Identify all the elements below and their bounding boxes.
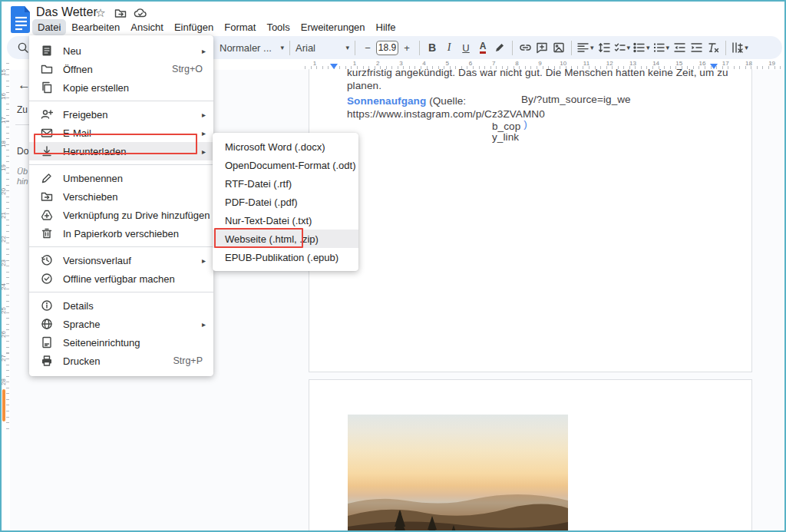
menu-item-umbenennen[interactable]: Umbenennen xyxy=(29,169,213,187)
menu-datei[interactable]: Datei xyxy=(32,19,66,35)
ruler-number: 18 xyxy=(0,140,7,147)
document-page-2[interactable] xyxy=(309,379,752,530)
ruler-number: 12 xyxy=(606,60,613,67)
clear-formatting-icon[interactable] xyxy=(705,38,722,57)
italic-button[interactable]: I xyxy=(441,38,457,57)
submenu-arrow-icon: ▸ xyxy=(202,147,213,156)
outline-hint-text: Üb xyxy=(17,167,28,176)
ruler-number: 24 xyxy=(0,283,7,290)
font-size-input[interactable]: 18.9 xyxy=(376,41,398,55)
menu-bearbeiten[interactable]: Bearbeiten xyxy=(66,19,125,35)
ruler-number: 28 xyxy=(0,378,7,385)
menu-item-drucken[interactable]: DruckenStrg+P xyxy=(29,352,213,370)
document-text: planen. xyxy=(347,80,381,91)
menu-item-versionsverlauf[interactable]: Versionsverlauf▸ xyxy=(29,251,213,269)
menu-item-freigeben[interactable]: Freigeben▸ xyxy=(29,105,213,124)
align-icon[interactable]: ▾ xyxy=(576,38,596,57)
ruler-number: 22 xyxy=(0,236,7,243)
download-submenu: Microsoft Word (.docx) OpenDocument-Form… xyxy=(213,133,358,271)
line-spacing-icon[interactable] xyxy=(596,38,613,57)
underline-button[interactable]: U xyxy=(457,38,474,57)
ruler-number: 4 xyxy=(422,60,425,67)
left-indent-marker[interactable] xyxy=(330,64,338,69)
ruler-number: 9 xyxy=(538,60,541,67)
menu-ansicht[interactable]: Ansicht xyxy=(125,19,169,35)
submenu-arrow-icon: ▸ xyxy=(202,256,213,265)
submenu-item-rtf[interactable]: RTF-Datei (.rtf) xyxy=(213,174,358,193)
menu-item-kopie-erstellen[interactable]: Kopie erstellen xyxy=(29,78,213,97)
outline-structure-label: Do xyxy=(17,146,28,157)
drive-add-icon xyxy=(41,209,53,221)
ruler-number: 16 xyxy=(0,93,7,100)
paragraph-style-selector[interactable]: Normaler ...▾ xyxy=(218,38,286,57)
insert-image-icon[interactable] xyxy=(550,38,567,57)
numbered-list-icon[interactable]: ▾ xyxy=(652,38,672,57)
document-page-1[interactable]: kurzfristig angekündigt. Das war nicht g… xyxy=(309,69,752,372)
menu-item-verschieben[interactable]: Verschieben xyxy=(29,187,213,206)
checklist-icon[interactable]: ▾ xyxy=(613,38,632,57)
menu-item-papierkorb[interactable]: In Papierkorb verschieben xyxy=(29,224,213,243)
menu-divider xyxy=(29,292,213,292)
app-window: Das Wetter ☆ Datei Bearbeiten Ansicht Ei… xyxy=(0,0,786,532)
ruler-number: 3 xyxy=(399,60,402,67)
document-url-text: https://www.instagram.com/p/Cz3ZVAMN0 xyxy=(347,108,545,120)
increase-font-size-button[interactable]: + xyxy=(398,38,415,57)
ruler-number: 20 xyxy=(0,188,7,195)
insert-link-icon[interactable] xyxy=(517,38,533,57)
cloud-status-icon[interactable] xyxy=(134,6,147,20)
document-url-fragment: b_cop xyxy=(492,121,520,132)
menu-item-details[interactable]: Details xyxy=(29,296,213,315)
folder-move-icon xyxy=(41,190,53,203)
menu-divider xyxy=(29,246,213,247)
ruler-number: 7 xyxy=(492,60,495,67)
menu-item-offline[interactable]: Offline verfügbar machen xyxy=(29,269,213,288)
submenu-item-txt[interactable]: Nur-Text-Datei (.txt) xyxy=(213,211,358,230)
menu-hilfe[interactable]: Hilfe xyxy=(371,19,401,35)
input-tools-icon[interactable]: ▾ xyxy=(730,38,750,57)
menu-item-neu[interactable]: Neu▸ xyxy=(29,41,213,60)
submenu-item-epub[interactable]: EPUB-Publikation (.epub) xyxy=(213,248,358,266)
document-title[interactable]: Das Wetter xyxy=(36,5,97,19)
submenu-arrow-icon: ▸ xyxy=(202,111,213,119)
vertical-ruler: 1516171819202122232425262728 xyxy=(2,63,10,430)
menu-item-sprache[interactable]: Sprache▸ xyxy=(29,315,213,333)
ruler-number: 17 xyxy=(0,117,7,124)
submenu-item-odt[interactable]: OpenDocument-Format (.odt) xyxy=(213,156,358,174)
add-comment-icon[interactable] xyxy=(533,38,550,57)
document-heading-link[interactable]: Sonnenaufgang xyxy=(347,95,426,107)
menu-item-oeffnen[interactable]: ÖffnenStrg+O xyxy=(29,60,213,78)
header: Das Wetter ☆ Datei Bearbeiten Ansicht Ei… xyxy=(2,2,784,36)
right-indent-marker[interactable] xyxy=(710,64,718,69)
ruler-number: 21 xyxy=(0,212,7,219)
ruler-number: 6 xyxy=(469,60,472,67)
highlight-color-icon[interactable] xyxy=(491,38,508,57)
star-icon[interactable]: ☆ xyxy=(94,6,107,20)
menu-item-verknuepfung-drive[interactable]: Verknüpfung zu Drive hinzufügen xyxy=(29,206,213,224)
sunset-photo[interactable] xyxy=(348,415,568,530)
bold-button[interactable]: B xyxy=(424,38,441,57)
ruler-number: 26 xyxy=(0,331,7,338)
document-text: (Quelle: xyxy=(426,95,466,107)
text-color-button[interactable]: A xyxy=(474,38,491,57)
ruler-number: 15 xyxy=(675,60,682,67)
menu-einfuegen[interactable]: Einfügen xyxy=(169,19,219,35)
menu-tools[interactable]: Tools xyxy=(261,19,295,35)
google-docs-icon[interactable] xyxy=(11,6,31,36)
menu-divider xyxy=(29,164,213,165)
font-selector[interactable]: Arial▾ xyxy=(294,38,351,57)
menu-format[interactable]: Format xyxy=(219,19,261,35)
submenu-item-pdf[interactable]: PDF-Datei (.pdf) xyxy=(213,193,358,211)
ruler-number: 17 xyxy=(722,60,729,67)
menu-erweiterungen[interactable]: Erweiterungen xyxy=(296,19,371,35)
page-setup-icon xyxy=(41,336,53,349)
submenu-item-docx[interactable]: Microsoft Word (.docx) xyxy=(213,137,358,156)
history-clock-icon xyxy=(41,254,53,266)
decrease-indent-icon[interactable] xyxy=(671,38,688,57)
move-folder-icon[interactable] xyxy=(114,6,127,20)
increase-indent-icon[interactable] xyxy=(688,38,705,57)
document-url-fragment: By/?utm_source=ig_we xyxy=(521,94,631,105)
menu-item-seiteneinrichtung[interactable]: Seiteneinrichtung xyxy=(29,333,213,352)
document-link-paren: ) xyxy=(523,118,527,130)
decrease-font-size-button[interactable]: − xyxy=(359,38,376,57)
bulleted-list-icon[interactable]: ▾ xyxy=(632,38,652,57)
